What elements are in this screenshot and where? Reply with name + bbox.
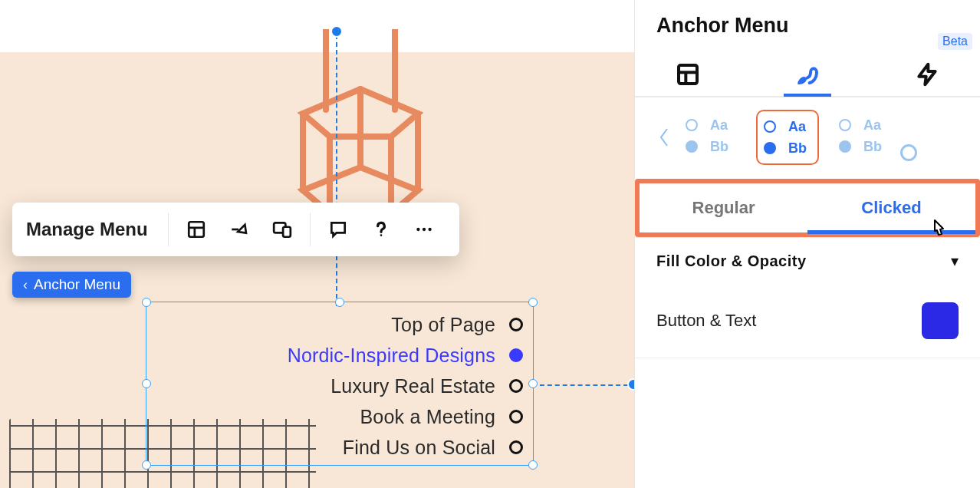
ring-icon [839, 119, 851, 131]
help-icon[interactable] [364, 213, 398, 246]
inspector-panel: Anchor Menu Beta Aa Bb Aa [634, 0, 980, 488]
section-title: Fill Color & Opacity [656, 252, 807, 270]
anchor-menu-item-label: Luxury Real Estate [331, 375, 495, 397]
resize-handle-mid-left[interactable] [142, 379, 151, 388]
sample-aa: Aa [788, 119, 811, 135]
sample-aa: Aa [710, 117, 736, 134]
tab-interactions[interactable] [903, 53, 951, 96]
variant-radio-group [900, 114, 917, 161]
anchor-menu-item-label: Find Us on Social [343, 437, 495, 459]
vertical-guide-line [336, 35, 337, 306]
horizontal-guide-line [532, 384, 636, 386]
panel-title: Anchor Menu [635, 0, 980, 38]
toolbar-divider [310, 213, 311, 246]
color-swatch[interactable] [922, 302, 959, 339]
divider [635, 358, 980, 358]
bullet-outline-icon [509, 318, 523, 331]
svg-point-18 [428, 228, 431, 231]
resize-handle-mid-top[interactable] [335, 298, 344, 307]
tab-layout[interactable] [664, 53, 712, 96]
dot-icon [686, 140, 698, 153]
state-tabs-highlight: Regular Clicked [635, 179, 980, 237]
anchor-menu-item[interactable]: Nordic-Inspired Designs [161, 340, 523, 371]
anchor-menu-item-label: Top of Page [391, 314, 495, 336]
resize-handle-bottom-left[interactable] [142, 460, 151, 470]
anchor-menu-item-label: Nordic-Inspired Designs [288, 345, 495, 367]
prop-button-text: Button & Text [635, 284, 980, 358]
state-tabs: Regular Clicked [640, 183, 975, 232]
variant-radio[interactable] [900, 144, 917, 161]
comment-icon[interactable] [321, 213, 355, 246]
ring-icon [764, 120, 776, 133]
anchor-menu-item-label: Book a Meeting [360, 406, 495, 428]
sample-bb: Bb [710, 139, 736, 155]
style-variants-row: Aa Bb Aa Bb Aa Bb [635, 97, 980, 179]
svg-point-17 [423, 228, 426, 231]
element-type-label: Anchor Menu [34, 276, 120, 293]
anchor-menu-element[interactable]: Top of Page Nordic-Inspired Designs Luxu… [161, 309, 523, 463]
svg-marker-12 [238, 225, 249, 236]
manage-menu-button[interactable]: Manage Menu [26, 219, 162, 240]
svg-point-16 [416, 228, 419, 231]
svg-rect-14 [283, 227, 291, 237]
animation-icon[interactable] [222, 213, 256, 246]
panel-tabs: Beta [635, 38, 980, 97]
dot-icon [764, 142, 776, 154]
more-icon[interactable] [407, 213, 441, 246]
sample-bb: Bb [788, 140, 811, 157]
element-type-tag[interactable]: ‹ Anchor Menu [12, 272, 131, 298]
dot-icon [839, 140, 851, 153]
style-variant-option[interactable]: Aa Bb [679, 110, 742, 165]
bullet-filled-icon [509, 348, 523, 362]
svg-marker-22 [919, 64, 935, 85]
guide-handle-top[interactable] [331, 25, 343, 38]
anchor-menu-item[interactable]: Find Us on Social [161, 432, 523, 463]
toolbar-divider [168, 213, 169, 246]
anchor-menu-item[interactable]: Top of Page [161, 309, 523, 340]
responsive-icon[interactable] [265, 213, 299, 246]
anchor-menu-item[interactable]: Book a Meeting [161, 401, 523, 432]
resize-handle-bottom-right[interactable] [528, 460, 538, 470]
beta-badge: Beta [938, 33, 972, 50]
tab-design[interactable] [784, 54, 831, 97]
style-variant-option-selected[interactable]: Aa Bb [756, 110, 819, 165]
svg-rect-9 [189, 222, 204, 237]
ring-icon [686, 119, 698, 131]
chevron-down-icon: ▾ [951, 252, 959, 270]
resize-handle-mid-right[interactable] [528, 379, 538, 388]
svg-rect-19 [679, 65, 697, 84]
style-variant-option[interactable]: Aa Bb [833, 110, 896, 165]
sample-bb: Bb [863, 139, 890, 155]
chevron-left-icon: ‹ [23, 277, 28, 293]
editor-canvas[interactable]: Manage Menu ‹ Anchor Menu [0, 0, 634, 488]
bullet-outline-icon [509, 440, 523, 454]
layout-icon[interactable] [179, 213, 213, 246]
resize-handle-top-right[interactable] [528, 298, 538, 307]
resize-handle-top-left[interactable] [142, 298, 151, 307]
pointer-cursor-icon [928, 217, 951, 246]
svg-point-15 [380, 234, 382, 236]
bullet-outline-icon [509, 379, 523, 393]
state-tab-regular[interactable]: Regular [640, 183, 807, 232]
back-chevron-icon[interactable] [653, 126, 675, 149]
sample-aa: Aa [863, 117, 890, 134]
bullet-outline-icon [509, 410, 523, 424]
element-floating-toolbar: Manage Menu [12, 203, 459, 256]
prop-label: Button & Text [656, 311, 756, 331]
anchor-menu-item[interactable]: Luxury Real Estate [161, 371, 523, 401]
